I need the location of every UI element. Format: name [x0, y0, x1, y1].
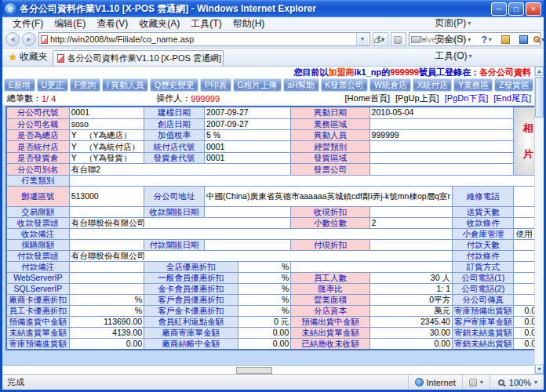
form-label-cell: 是否統付店 [6, 141, 69, 152]
form-label-cell: 匯率比 [291, 284, 369, 295]
action-button[interactable]: Q歷史變更 [150, 78, 198, 92]
action-button[interactable]: Z發貨區 [494, 78, 533, 92]
form-label-cell: 未結進貨單金額 [6, 328, 69, 339]
browser-window: e 各分公司資料作業V1.10 [X-POS 雲通網] - Windows In… [0, 0, 546, 392]
action-button[interactable]: K發票公司 [321, 78, 369, 92]
login-notice-segment: 您目前以 [293, 67, 328, 77]
login-notice-segment: 999999 [390, 67, 419, 77]
help-button[interactable]: ?▾ [478, 33, 496, 47]
print-button[interactable]: ▾ [407, 34, 429, 45]
favorites-button[interactable]: ★ 收藏夹 [2, 50, 53, 66]
form-label-cell: 廠商寄庫單金額 [144, 328, 238, 339]
scroll-down-arrow[interactable]: ▼ [535, 365, 544, 374]
form-label-cell: 營業面積 [291, 295, 369, 306]
menu-item[interactable]: 查看(V) [91, 17, 133, 31]
extra-tool-2[interactable] [515, 34, 532, 45]
paging-link[interactable]: [End尾頁] [493, 93, 531, 104]
status-text: 完成 [2, 376, 408, 388]
form-value-cell: % [238, 273, 291, 284]
tab-current-page[interactable]: 各分公司資料作業V1.10 [X-POS 雲通網] [53, 50, 224, 66]
messenger-icon [501, 35, 510, 44]
form-value-cell: % [238, 295, 291, 306]
form-label-cell: 公司電話(1) [452, 273, 514, 284]
search-magnifier-icon[interactable] [533, 36, 540, 42]
form-label-cell: 客戶金卡優惠折扣 [144, 306, 238, 317]
back-button[interactable]: ◄ [5, 32, 20, 46]
favorites-bar: ★ 收藏夹 各分公司資料作業V1.10 [X-POS 雲通網] ⌂▾ ▾ 页面(… [2, 49, 544, 67]
form-value-cell: 30 人 [369, 273, 452, 284]
toolbar-menu[interactable]: 安全(S)▾ [431, 31, 475, 48]
clipped-dropdown[interactable] [236, 367, 272, 374]
url-input[interactable] [50, 34, 356, 44]
login-notice-segment: 的 [381, 67, 390, 77]
minimize-button[interactable]: ─ [491, 2, 507, 16]
menu-item[interactable]: 文件(F) [7, 17, 49, 31]
photo-label: 相 [523, 123, 533, 133]
form-label-cell: 金卡會員優惠折扣 [144, 284, 238, 295]
menu-item[interactable]: 收藏夹(A) [133, 17, 185, 31]
form-label-cell: 收款條件 [452, 218, 514, 229]
form-value-cell [369, 207, 452, 218]
operator-value: 999999 [191, 94, 220, 103]
action-button[interactable]: U更正 [37, 78, 68, 92]
action-button[interactable]: Y業務區 [453, 78, 493, 92]
menu-item[interactable]: 帮助(H) [228, 17, 271, 31]
form-value-cell [369, 141, 514, 152]
form-label-cell: 發貨區域 [291, 152, 369, 163]
form-value-cell: Y （Y為發貨） [69, 152, 144, 163]
url-box: ▾ [38, 32, 370, 46]
form-value-cell: 0001 [204, 141, 290, 152]
paging-link[interactable]: [Home首頁] [345, 93, 390, 104]
form-label-cell: 已結應收未收額 [291, 339, 369, 350]
form-label-cell: 付款備注 [6, 262, 69, 273]
login-notice: 您目前以加盟商ik1_np的999999號員工登錄在：各分公司資料 [2, 67, 544, 78]
form-value-cell [369, 164, 514, 176]
home-button[interactable]: ⌂▾ [369, 32, 388, 47]
toolbar-menu[interactable]: 工具(O)▾ [431, 48, 475, 64]
menu-item[interactable]: 编辑(E) [49, 17, 91, 31]
branch-form-table: 分公司代號0001建檔日期2007-09-27異動日期2010-05-04相片分… [5, 106, 544, 350]
scroll-up-arrow[interactable]: ▲ [535, 67, 544, 76]
login-notice-segment: 各分公司資料 [479, 67, 531, 77]
action-button[interactable]: P印表 [200, 78, 231, 92]
feeds-button[interactable] [390, 34, 406, 45]
action-button[interactable]: W統倉店 [369, 78, 411, 92]
form-value-cell: % [69, 306, 144, 317]
form-label-cell: 廠商卡優惠折扣 [6, 295, 69, 306]
action-button[interactable]: E新增 [4, 78, 35, 92]
form-value-cell: 4139.00 [69, 328, 144, 339]
form-label-cell: 分公司傳真 [452, 295, 514, 306]
form-label-cell: 客戶會員優惠折扣 [144, 295, 238, 306]
form-label-cell: 寄銷未結出貨額 [452, 339, 514, 350]
form-label-cell: 異動日期 [291, 107, 369, 118]
status-bar: 完成 Internet ▾ 100% ▾ [2, 374, 544, 390]
extra-tool-1[interactable] [497, 34, 514, 45]
close-button[interactable]: × [526, 2, 541, 16]
action-button[interactable]: I 異動人員 [102, 78, 148, 92]
action-button[interactable]: G相片上傳 [233, 78, 282, 92]
form-label-cell: 一般會員優惠折扣 [144, 273, 238, 284]
scrollbar-thumb[interactable] [535, 77, 544, 118]
paging-link[interactable]: [PgUp上頁] [395, 93, 439, 104]
protected-mode-pane[interactable]: ▾ [462, 375, 490, 390]
form-label-cell: 小倉庫管理 [452, 229, 514, 240]
toolbar-menu[interactable]: 页面(P)▾ [431, 15, 475, 31]
url-dropdown-icon[interactable]: ▾ [356, 33, 368, 45]
form-label-cell: 送貨天數 [452, 207, 514, 218]
action-button[interactable]: X統付店 [413, 78, 452, 92]
form-label-cell: 行業類別 [6, 176, 69, 187]
paging-link[interactable]: [PgDn下頁] [445, 93, 489, 104]
maximize-button[interactable]: □ [508, 2, 524, 16]
action-button[interactable]: F查詢 [70, 78, 100, 92]
paging-links: [Home首頁][PgUp上頁][PgDn下頁][End尾頁] [345, 93, 537, 104]
forward-button[interactable]: ► [22, 32, 36, 46]
page-content: 您目前以加盟商ik1_np的999999號員工登錄在：各分公司資料 E新增U更正… [2, 67, 544, 374]
favorites-label: 收藏夹 [20, 50, 48, 64]
form-label-cell: WebServerIP [6, 273, 69, 284]
toolbar-menus: 页面(P)▾安全(S)▾工具(O)▾ [431, 15, 475, 64]
vertical-scrollbar[interactable]: ▲ ▼ [534, 67, 544, 374]
action-button[interactable]: aH幫助 [283, 78, 319, 92]
form-label-cell: 預備出貨中金額 [291, 317, 369, 328]
menu-item[interactable]: 工具(T) [185, 17, 227, 31]
zoom-pane[interactable]: 100% ▾ [490, 375, 544, 390]
